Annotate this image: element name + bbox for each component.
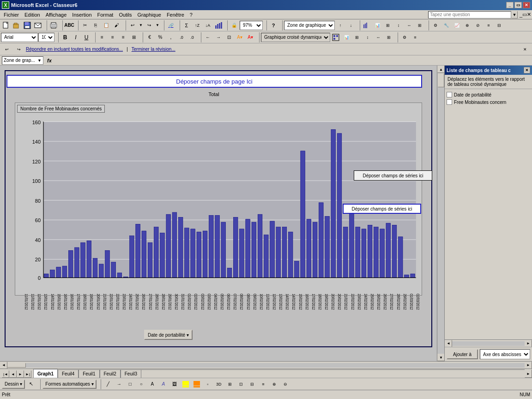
auto-shapes-btn[interactable]: Formes automatiques ▾ xyxy=(42,380,97,389)
align-right[interactable]: ≡ xyxy=(118,32,128,42)
new-button[interactable] xyxy=(1,20,11,30)
draw-textbox[interactable]: A xyxy=(147,379,157,389)
panel-scroll-left[interactable]: ◄ xyxy=(445,340,452,347)
panel-hscrollbar[interactable]: ◄ ► xyxy=(445,339,532,347)
draw-wordart[interactable]: A xyxy=(158,379,169,389)
chart-frame[interactable]: Déposer champs de page Ici Total Nombre … xyxy=(5,70,432,347)
chart-table-btn[interactable]: ⊞ xyxy=(383,20,393,30)
comma-btn[interactable]: , xyxy=(166,32,176,42)
chart-more2[interactable]: 🔧 xyxy=(441,20,451,30)
draw-clipart[interactable]: 🖼 xyxy=(169,379,180,389)
merge-center[interactable]: ⊞ xyxy=(129,32,139,42)
tab-graph1[interactable]: Graph1 xyxy=(33,369,58,378)
h-scroll-right[interactable]: ► xyxy=(525,362,532,369)
underline-btn[interactable]: U xyxy=(81,32,91,42)
redo-dropdown[interactable]: ▼ xyxy=(155,20,160,30)
panel-scroll-track[interactable] xyxy=(452,341,525,346)
chart-expand[interactable]: ⊟ xyxy=(494,20,504,30)
currency-btn[interactable]: € xyxy=(145,32,155,42)
cut-button[interactable]: ✂ xyxy=(80,20,90,30)
format-painter[interactable]: 🖌 xyxy=(112,20,122,30)
close-button[interactable]: ✕ xyxy=(523,2,530,8)
tab-next[interactable]: ► xyxy=(17,370,24,378)
scroll-down-btn[interactable]: ▼ xyxy=(437,354,445,361)
pivot-btn5[interactable]: ↔ xyxy=(373,32,383,42)
draw-rect[interactable]: □ xyxy=(125,379,135,389)
font-size-select[interactable]: 10 xyxy=(38,33,54,42)
chart-more5[interactable]: ⊘ xyxy=(473,20,483,30)
menu-outils[interactable]: Outils xyxy=(116,11,134,18)
h-scroll-left[interactable]: ◄ xyxy=(0,362,7,369)
undo-dropdown[interactable]: ▼ xyxy=(138,20,144,30)
draw-line[interactable]: ╱ xyxy=(103,379,113,389)
italic-btn[interactable]: I xyxy=(71,32,81,42)
pivot-btn2[interactable]: 📊 xyxy=(341,32,351,42)
rev-btn2[interactable]: ↪ xyxy=(14,44,24,54)
rev-btn1[interactable]: ↩ xyxy=(2,44,12,54)
tab-last[interactable]: ►| xyxy=(24,370,31,378)
borders-btn[interactable]: ⊡ xyxy=(224,32,234,42)
tab-feuil2[interactable]: Feuil2 xyxy=(100,369,121,378)
draw-more6[interactable]: ⊖ xyxy=(280,379,290,389)
draw-ellipse[interactable]: ○ xyxy=(136,379,146,389)
chart-wizard[interactable] xyxy=(213,20,224,30)
chart-more4[interactable]: ⊕ xyxy=(462,20,472,30)
rev-close[interactable]: ✕ xyxy=(522,46,528,53)
draw-more3[interactable]: ⊟ xyxy=(247,379,257,389)
tab-feuil4[interactable]: Feuil4 xyxy=(58,369,79,378)
zoom-select[interactable]: 97% 100% 75% xyxy=(240,21,263,30)
print-preview[interactable] xyxy=(48,20,59,30)
zone-select[interactable]: Zone de graphique xyxy=(284,21,335,30)
zoom-lock[interactable]: 🔒 xyxy=(229,20,239,30)
name-box-arrow[interactable]: ▼ xyxy=(37,58,42,63)
menu-affichage[interactable]: Affichage xyxy=(43,11,70,18)
dec-decimal[interactable]: .0 xyxy=(187,32,197,42)
add-to-btn[interactable]: Ajouter à xyxy=(447,349,478,359)
menu-help[interactable]: ? xyxy=(187,11,195,18)
pivot-type-select[interactable]: Graphique croisé dynamique xyxy=(261,33,330,42)
question-dropdown[interactable]: ▼ xyxy=(511,11,518,18)
pivot-btn4[interactable]: ↕ xyxy=(363,32,373,42)
question-input[interactable] xyxy=(428,11,511,18)
name-box[interactable]: Zone de grap... ▼ xyxy=(2,56,43,65)
field-item-free[interactable]: Free Mobinautes concern xyxy=(447,98,530,106)
bold-btn[interactable]: B xyxy=(60,32,70,42)
close-app-btn[interactable]: ✕ xyxy=(527,12,531,18)
chart-axis-btn[interactable]: ↔ xyxy=(404,20,414,30)
save-button[interactable] xyxy=(22,20,32,30)
menu-edition[interactable]: Edition xyxy=(22,11,43,18)
font-select[interactable]: Arial xyxy=(1,33,38,42)
pivot-more1[interactable]: ⚙ xyxy=(399,32,410,42)
chart-more1[interactable]: ⚙ xyxy=(430,20,441,30)
pivot-btn3[interactable]: ⊞ xyxy=(352,32,362,42)
align-left[interactable]: ≡ xyxy=(97,32,107,42)
undo-button[interactable]: ↩ xyxy=(127,20,138,30)
h-scroll-thumb[interactable] xyxy=(7,363,26,368)
font-color-btn[interactable]: A▾ xyxy=(245,32,255,42)
inc-decimal[interactable]: .0 xyxy=(176,32,187,42)
zone-btn2[interactable]: ↓ xyxy=(346,20,356,30)
chart-type-btn[interactable] xyxy=(362,20,372,30)
paste-button[interactable]: 📋 xyxy=(101,20,111,30)
draw-more1[interactable]: ⊞ xyxy=(225,379,235,389)
field-checkbox-date[interactable] xyxy=(447,92,452,97)
pivot-more2[interactable]: ≡ xyxy=(410,32,420,42)
panel-scroll-right[interactable]: ► xyxy=(525,340,532,347)
chart-more3[interactable]: 📈 xyxy=(452,20,462,30)
menu-insertion[interactable]: Insertion xyxy=(69,11,94,18)
open-button[interactable] xyxy=(12,20,22,30)
draw-arrow[interactable]: → xyxy=(114,379,124,389)
page-drop-zone[interactable]: Déposer champs de page Ici xyxy=(6,75,422,88)
email-button[interactable] xyxy=(33,20,43,30)
scroll-track[interactable] xyxy=(437,73,444,354)
menu-fenetre[interactable]: Fenêtre xyxy=(164,11,187,18)
tab-prev[interactable]: ◄ xyxy=(9,370,17,378)
draw-shadow[interactable]: ▫ xyxy=(203,379,213,389)
menu-graphique[interactable]: Graphique xyxy=(135,11,164,18)
draw-cursor[interactable]: ↖ xyxy=(26,379,36,389)
hyperlink-btn[interactable]: 🔗 xyxy=(166,20,176,30)
spell-check[interactable]: ABC xyxy=(64,20,74,30)
help-btn[interactable]: ? xyxy=(268,20,278,30)
restore-button[interactable]: ▭ xyxy=(514,2,522,8)
field-item-date[interactable]: Date de portabilité xyxy=(447,91,530,98)
